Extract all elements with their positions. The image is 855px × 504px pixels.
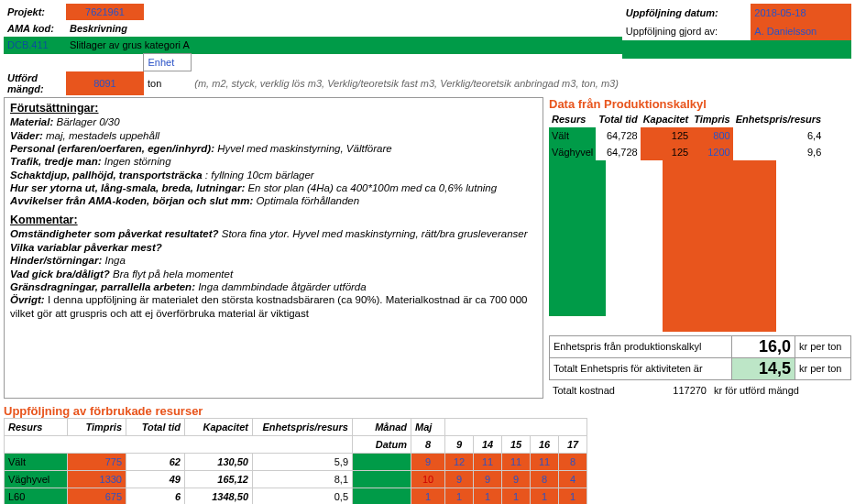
material-label: Material: [10,116,53,127]
pk-r1-tid: 64,728 [596,144,640,160]
r1d0: 10 [411,470,445,488]
update-label: Uppföljning datum: [622,4,751,22]
q6-value: I denna uppföljning är materialet den st… [10,294,527,318]
code-row: DCB.411 Slitlager av grus kategori A [4,37,622,54]
utford-unit: ton [144,71,191,95]
pk-r1-pris: 1200 [691,144,733,160]
r2d2: 1 [474,488,502,504]
r0d5: 8 [559,453,587,470]
q1-value: Stora fina ytor. Hyvel med maskinstyrnin… [222,228,528,239]
d4: 16 [531,435,559,453]
code-desc: Slitlager av grus kategori A [66,37,622,54]
section1-title: Förutsättningar: [10,102,537,116]
calc2-unit: kr per ton [795,357,851,379]
col-resurs: Resurs [5,418,68,435]
r2d5: 1 [559,488,587,504]
utford-note: (m, m2, styck, verklig lös m3, Verklig/t… [191,71,622,95]
pk-col-ep: Enhetspris/resurs [733,111,825,127]
q6-label: Övrigt: [10,294,45,305]
pk-stripes [549,160,776,332]
r2d3: 1 [502,488,531,504]
pk-r0-tid: 64,728 [596,127,640,144]
r0d0: 9 [411,453,445,470]
personal-value: Hyvel med maskinstyrning, Vältförare [217,143,391,154]
projekt-value: 7621961 [66,4,144,20]
res-date-row: Datum 8 9 14 15 16 17 [5,435,587,453]
r1d5: 4 [559,470,587,488]
r2-name: L60 [5,488,68,504]
r2-pris: 675 [68,488,126,504]
r1-name: Väghyvel [5,470,68,488]
r1d4: 8 [531,470,559,488]
pk-table: Resurs Total tid Kapacitet Timpris Enhet… [549,111,824,160]
d3: 15 [502,435,531,453]
res-title: Uppföljning av förbrukade resurser [4,404,851,418]
date-label: Datum [353,435,411,453]
month-val: Maj [411,418,445,435]
r1-ep: 8,1 [253,470,353,488]
d1: 9 [445,435,474,453]
ama-label: AMA kod: [4,20,66,37]
weather-label: Väder: [10,130,43,141]
trafik-label: Trafik, tredje man: [10,156,102,167]
r0-ep: 5,9 [253,453,353,470]
col-tid: Total tid [126,418,185,435]
trafik-value: Ingen störning [104,156,171,167]
notes-panel: Förutsättningar: Material: Bärlager 0/30… [4,97,543,399]
res-table: Resurs Timpris Total tid Kapacitet Enhet… [4,418,587,505]
pk-r0-pris: 800 [691,127,733,144]
r0d2: 11 [474,453,502,470]
calc1-unit: kr per ton [795,335,851,357]
header-left: Projekt: 7621961 AMA kod: Beskrivning DC… [4,4,622,95]
weather-value: maj, mestadels uppehåll [46,130,159,141]
avvik-label: Avvikelser från AMA-koden, början och sl… [10,195,253,206]
r1d3: 9 [502,470,531,488]
q3-value: Inga [105,255,126,266]
q5-label: Gränsdragningar, parrallella arbeten: [10,281,195,292]
upby-label: Uppföljning gjord av: [622,22,751,40]
section2-title: Kommentar: [10,214,537,228]
calc3-label: Totalt kostnad [549,382,648,399]
q5-value: Inga dammbindade åtgärder utförda [198,281,366,292]
upby-value: A. Danielsson [751,22,851,40]
ytor-label: Hur ser ytorna ut, lång-smala, breda, lu… [10,182,245,193]
r0d1: 12 [445,453,474,470]
q1-label: Omständigheter som påverkat resultatet? [10,228,219,239]
personal-label: Personal (erfaren/oerfaren, egen/inhyrd)… [10,143,214,154]
header-right: Uppföljning datum: 2018-05-18 Uppföljnin… [622,4,851,95]
r0-kap: 130,50 [185,453,253,470]
header-block: Projekt: 7621961 AMA kod: Beskrivning DC… [4,4,851,95]
r1d1: 9 [445,470,474,488]
col-pris: Timpris [68,418,126,435]
utford-label: Utförd mängd: [4,71,66,95]
material-value: Bärlager 0/30 [57,116,120,127]
d0: 8 [411,435,445,453]
r1-tid: 49 [126,470,185,488]
code: DCB.411 [4,37,66,54]
r1-pris: 1330 [68,470,126,488]
pk-row: Vält 64,728 125 800 6,4 [549,127,824,144]
calc3-value: 117270 [648,382,710,399]
pk-r1-name: Väghyvel [549,144,596,160]
pk-title: Data från Produktionskalkyl [549,97,851,111]
r2d0: 1 [411,488,445,504]
q3-label: Hinder/störningar: [10,255,102,266]
r0-name: Vält [5,453,68,470]
res-row-1: Väghyvel 1330 49 165,12 8,1 10 9 9 9 8 4 [5,470,587,488]
r1-kap: 165,12 [185,470,253,488]
r2-kap: 1348,50 [185,488,253,504]
pk-r0-ep: 6,4 [733,127,825,144]
res-row-0: Vält 775 62 130,50 5,9 9 12 11 11 11 8 [5,453,587,470]
calc3-unit: kr för utförd mängd [710,382,851,399]
col-ep: Enhetspris/resurs [253,418,353,435]
enhet-label: Enhet [144,54,191,71]
d2: 14 [474,435,502,453]
pk-total: Totalt kostnad 117270 kr för utförd mäng… [549,382,851,399]
avvik-value: Optimala förhållanden [257,195,360,206]
pk-r1-ep: 9,6 [733,144,825,160]
r2-tid: 6 [126,488,185,504]
pk-calc: Enhetspris från produktionskalkyl 16,0 k… [549,335,851,380]
r0d4: 11 [531,453,559,470]
utford-value: 8091 [66,71,144,95]
pk-col-kap: Kapacitet [641,111,692,127]
